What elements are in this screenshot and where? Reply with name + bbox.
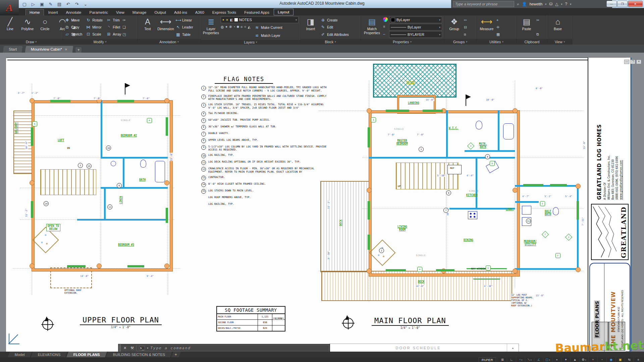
app-store-cart-icon[interactable]: ⛁ bbox=[549, 2, 552, 6]
ribbon-big-button[interactable]: ∿Polyline bbox=[19, 16, 36, 38]
status-icon[interactable]: ◉ bbox=[606, 358, 615, 362]
ribbon-tab[interactable]: View bbox=[112, 9, 128, 15]
recent-commands-caret-icon[interactable]: ▾ bbox=[147, 347, 148, 350]
base-button[interactable]: ⌂Base bbox=[549, 16, 566, 38]
ribbon-button[interactable]: ◝Fillet bbox=[106, 23, 121, 31]
modify-panel-label[interactable]: Modify▾ bbox=[63, 39, 137, 45]
ribbon-button[interactable]: ↻Rotate bbox=[86, 16, 103, 23]
groups-panel-label[interactable]: Groups▾ bbox=[444, 39, 476, 45]
qat-icon[interactable]: ▣ bbox=[39, 2, 45, 7]
object-color-combo[interactable]: ByLayer▾ bbox=[389, 16, 442, 23]
layout-tab[interactable]: FLOOR PLANS bbox=[66, 352, 107, 357]
command-prompt-icon[interactable]: >_ bbox=[139, 346, 145, 350]
status-icon[interactable]: ✦ bbox=[561, 358, 570, 362]
doc-minimize-icon[interactable]: — bbox=[624, 60, 629, 64]
layer-combo[interactable]: ● ☀ ◧ NOTES ▾ bbox=[221, 16, 299, 23]
ribbon-small-icon[interactable]: ◍ bbox=[221, 24, 224, 30]
ribbon-tab[interactable]: Manage bbox=[129, 9, 150, 15]
utilities-panel-label[interactable]: Utilities▾ bbox=[477, 39, 516, 45]
qat-icon[interactable]: ↷ bbox=[74, 2, 80, 7]
ribbon-small-icon[interactable]: ◭ bbox=[248, 24, 251, 30]
ribbon-tab[interactable]: Output bbox=[151, 9, 170, 15]
ribbon-big-button[interactable]: ╱Line bbox=[2, 16, 18, 38]
status-icon[interactable]: ⟍ bbox=[525, 358, 534, 362]
status-icon[interactable]: ▣ bbox=[615, 358, 625, 362]
match-properties-button[interactable]: ▤Match Properties bbox=[362, 16, 382, 38]
ribbon-small-icon[interactable]: ⌖ bbox=[496, 17, 500, 23]
status-icon[interactable]: ▲ bbox=[570, 358, 579, 362]
drawing-tab[interactable]: Mountview Cabin*✕ bbox=[25, 46, 73, 53]
ribbon-tab[interactable]: Annotate bbox=[62, 9, 85, 15]
ribbon-button[interactable]: ⊕Create bbox=[320, 16, 349, 23]
lineweight-list-icon[interactable]: ┄ bbox=[383, 31, 388, 37]
ribbon-button[interactable]: ⧉Copy bbox=[64, 23, 82, 31]
make-current-button[interactable]: ≋Make Current bbox=[254, 24, 282, 31]
ribbon-small-icon[interactable]: ▦ bbox=[496, 31, 500, 37]
linetype-list-icon[interactable]: ≡ bbox=[383, 23, 388, 29]
linetype-combo[interactable]: ByLayer▾ bbox=[389, 24, 442, 31]
status-icon[interactable]: ⚙ bbox=[579, 358, 588, 362]
qat-icon[interactable]: ▤ bbox=[56, 2, 62, 7]
layer-sun-icon[interactable]: ☀ bbox=[225, 18, 228, 22]
ribbon-small-icon[interactable]: ⊟ bbox=[464, 24, 467, 30]
layer-lock-icon[interactable]: ◧ bbox=[230, 18, 233, 22]
qat-icon[interactable]: ↶ bbox=[65, 2, 71, 7]
ribbon-button[interactable]: ⊡Scale bbox=[86, 31, 103, 38]
layout-tab[interactable]: Model bbox=[8, 352, 32, 357]
status-icon[interactable]: ▢ bbox=[543, 358, 552, 362]
lineweight-combo[interactable]: BYLAYER▾ bbox=[389, 31, 442, 38]
layer-properties-button[interactable]: ≣Layer Properties bbox=[203, 16, 219, 39]
ribbon-button[interactable]: ▱Stretch bbox=[64, 31, 82, 38]
ribbon-tab[interactable]: Insert bbox=[45, 9, 62, 15]
user-menu-caret-icon[interactable]: ▾ bbox=[545, 3, 546, 6]
ribbon-small-icon[interactable]: ❄ bbox=[229, 24, 232, 30]
scroll-up-icon[interactable]: ▲ bbox=[507, 344, 519, 352]
ribbon-button[interactable]: ✎Edit bbox=[320, 24, 349, 31]
search-input[interactable]: Type a keyword or phrase bbox=[453, 1, 514, 7]
ribbon-small-icon[interactable]: ◳ bbox=[122, 31, 126, 37]
a360-icon[interactable]: △ bbox=[555, 2, 558, 6]
ribbon-tab[interactable]: A360 bbox=[192, 9, 208, 15]
status-icon[interactable]: + bbox=[588, 358, 597, 362]
status-icon[interactable]: ⊞ bbox=[498, 358, 507, 362]
help-icon[interactable]: ? bbox=[565, 2, 568, 6]
ribbon-button[interactable]: ▦Table bbox=[175, 31, 193, 38]
group-button[interactable]: ❖Group bbox=[446, 16, 463, 38]
ribbon-big-button[interactable]: ⟷Dimension bbox=[157, 16, 174, 38]
ribbon-tab[interactable]: Add-ins bbox=[170, 9, 191, 15]
restore-button[interactable]: ❐ bbox=[617, 1, 628, 7]
start-tab[interactable]: Start bbox=[3, 46, 23, 53]
layer-combo-caret-icon[interactable]: ▾ bbox=[296, 18, 297, 21]
close-tab-icon[interactable]: ✕ bbox=[65, 48, 67, 51]
ribbon-button[interactable]: ⟷Linear bbox=[175, 16, 193, 23]
qat-icon[interactable]: ▢ bbox=[21, 2, 28, 7]
ribbon-tab[interactable]: Parametric bbox=[86, 9, 112, 15]
ribbon-small-icon[interactable]: ✂ bbox=[536, 17, 539, 23]
status-icon[interactable]: ⌖ bbox=[552, 358, 561, 362]
status-icon[interactable]: ≡ bbox=[634, 358, 643, 362]
paste-button[interactable]: ▤Paste bbox=[518, 16, 535, 38]
help-caret-icon[interactable]: ▾ bbox=[570, 3, 571, 6]
ribbon-small-icon[interactable]: ❏ bbox=[122, 24, 126, 30]
layer-bulb-icon[interactable]: ● bbox=[222, 18, 224, 21]
ribbon-small-icon[interactable]: ✹ bbox=[236, 24, 239, 30]
paper-space-toggle[interactable]: PAPER bbox=[479, 357, 496, 362]
ribbon-small-icon[interactable]: ✧ bbox=[244, 24, 247, 30]
layout-tab[interactable]: ELEVATIONS bbox=[31, 352, 68, 357]
ribbon-small-icon[interactable]: ⧉ bbox=[536, 31, 539, 37]
command-input[interactable]: >_ ▾ Type a command bbox=[137, 345, 329, 351]
match-layer-button[interactable]: ≌Match Layer bbox=[254, 32, 282, 39]
block-panel-label[interactable]: Block▾ bbox=[301, 39, 360, 45]
layers-panel-label[interactable]: Layers▾ bbox=[201, 40, 300, 45]
ribbon-big-button[interactable]: ○Circle bbox=[37, 16, 53, 38]
status-icon[interactable]: ∟ bbox=[507, 358, 516, 362]
qat-icon[interactable]: ▷ bbox=[30, 2, 36, 7]
command-grip[interactable] bbox=[118, 344, 121, 352]
ribbon-button[interactable]: ✂Trim bbox=[106, 16, 121, 23]
insert-block-button[interactable]: ◨Insert bbox=[302, 16, 319, 38]
status-icon[interactable]: ⇆ bbox=[625, 358, 634, 362]
ribbon-big-button[interactable]: AText bbox=[139, 16, 156, 38]
ribbon-button[interactable]: ✐Edit Attributes bbox=[320, 31, 349, 38]
qat-icon[interactable]: ✎ bbox=[48, 2, 54, 7]
application-menu-button[interactable]: A bbox=[0, 0, 19, 15]
